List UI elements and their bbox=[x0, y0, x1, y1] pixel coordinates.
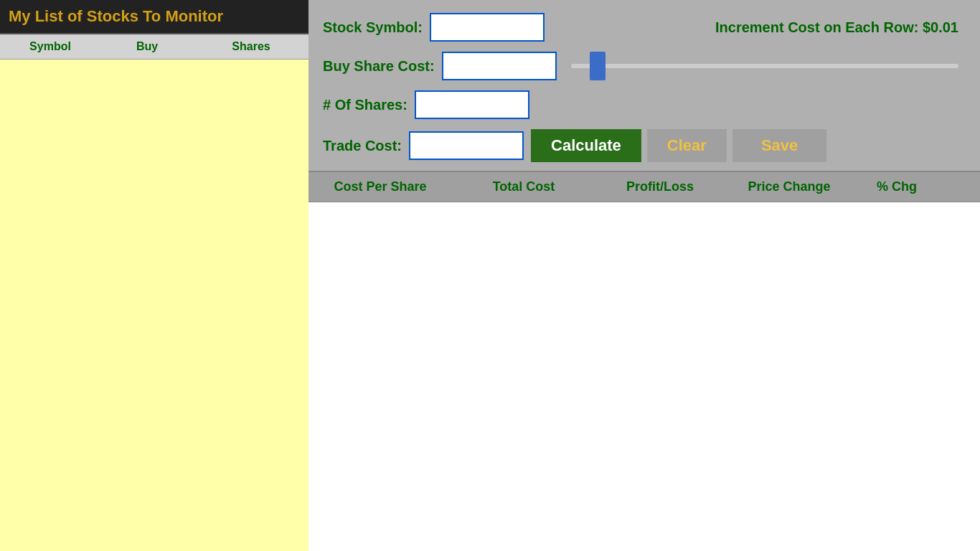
stock-list bbox=[0, 60, 308, 551]
column-headers: Symbol Buy Shares bbox=[0, 34, 308, 60]
stock-symbol-label: Stock Symbol: bbox=[323, 19, 430, 36]
panel-title: My List of Stocks To Monitor bbox=[0, 0, 308, 34]
col-header-symbol: Symbol bbox=[0, 40, 100, 53]
buy-share-cost-input[interactable] bbox=[442, 52, 557, 80]
cost-slider[interactable] bbox=[571, 64, 958, 68]
clear-button[interactable]: Clear bbox=[647, 129, 727, 162]
table-header: Cost Per Share Total Cost Profit/Loss Pr… bbox=[308, 171, 980, 202]
table-body bbox=[308, 202, 980, 551]
th-price-change: Price Change bbox=[725, 179, 854, 194]
th-cost-per-share: Cost Per Share bbox=[308, 179, 452, 194]
increment-label: Increment Cost on Each Row: $0.01 bbox=[715, 19, 958, 35]
form-area: Stock Symbol: Increment Cost on Each Row… bbox=[308, 0, 980, 171]
th-pct-chg: % Chg bbox=[854, 179, 940, 194]
right-panel: Stock Symbol: Increment Cost on Each Row… bbox=[308, 0, 980, 551]
save-button[interactable]: Save bbox=[732, 129, 826, 162]
th-total-cost: Total Cost bbox=[452, 179, 595, 194]
buy-share-cost-label: Buy Share Cost: bbox=[323, 58, 442, 75]
num-shares-label: # Of Shares: bbox=[323, 97, 415, 113]
num-shares-input[interactable] bbox=[415, 90, 529, 119]
col-header-shares: Shares bbox=[194, 40, 308, 53]
th-profit-loss: Profit/Loss bbox=[595, 179, 725, 194]
calculate-button[interactable]: Calculate bbox=[531, 129, 641, 162]
left-panel: My List of Stocks To Monitor Symbol Buy … bbox=[0, 0, 308, 551]
col-header-buy: Buy bbox=[100, 40, 194, 53]
trade-cost-input[interactable] bbox=[409, 131, 524, 160]
trade-cost-label: Trade Cost: bbox=[323, 138, 409, 154]
stock-symbol-input[interactable] bbox=[430, 13, 545, 42]
